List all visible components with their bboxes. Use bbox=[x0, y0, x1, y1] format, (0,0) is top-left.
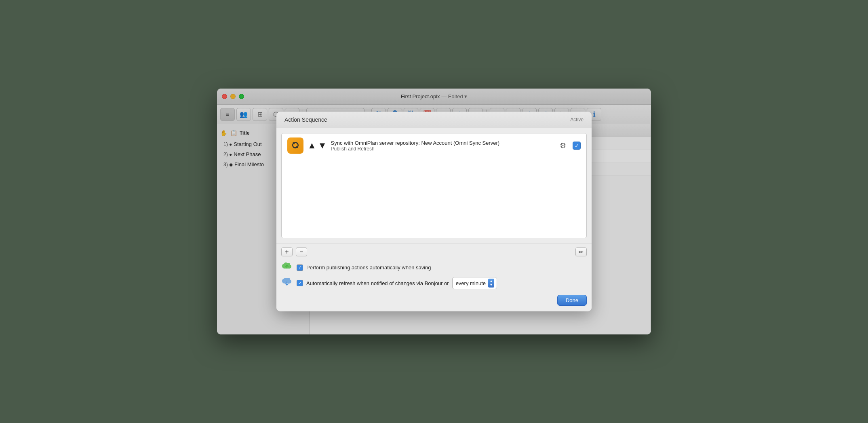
interval-dropdown[interactable]: every minute ▲ ▼ bbox=[452, 277, 497, 289]
add-action-button[interactable]: + bbox=[281, 247, 293, 256]
main-window: First Project.oplx — Edited ▾ ≡ 👥 ⊞ ⬡ ▦ … bbox=[217, 89, 651, 334]
option-row-2: ✓ Automatically refresh when notified of… bbox=[281, 277, 587, 289]
action-gear-button[interactable]: ⚙ bbox=[557, 140, 569, 151]
modal-overlay: Action Sequence Active ▲ ▼ bbox=[217, 89, 651, 334]
arrow-down-icon[interactable]: ▼ bbox=[318, 140, 327, 151]
action-row: ▲ ▼ Sync with OmniPlan server repository… bbox=[282, 133, 586, 158]
option-2-text: Automatically refresh when notified of c… bbox=[306, 280, 449, 286]
stepper-down-icon: ▼ bbox=[489, 283, 493, 287]
sync-app-icon bbox=[287, 137, 303, 154]
publish-up-icon bbox=[281, 262, 293, 273]
option-1-checkbox[interactable]: ✓ bbox=[297, 264, 303, 271]
action-order-arrows: ▲ ▼ bbox=[308, 140, 327, 151]
arrow-up-icon[interactable]: ▲ bbox=[308, 140, 316, 151]
refresh-download-icon bbox=[281, 278, 293, 289]
interval-value: every minute bbox=[456, 280, 486, 286]
modal-body: ▲ ▼ Sync with OmniPlan server repository… bbox=[281, 133, 587, 238]
modal-title: Action Sequence bbox=[284, 116, 327, 123]
modal-header: Action Sequence Active bbox=[276, 112, 592, 128]
modal-footer: + − ✏ ✓ Perform publishing actions autom… bbox=[276, 243, 592, 311]
option-2-checkbox[interactable]: ✓ bbox=[297, 280, 303, 286]
footer-add-remove-row: + − ✏ bbox=[281, 247, 587, 256]
option-1-text: Perform publishing actions automatically… bbox=[306, 264, 431, 271]
action-sequence-modal: Action Sequence Active ▲ ▼ bbox=[276, 112, 592, 311]
action-active-checkbox[interactable]: ✓ bbox=[573, 142, 581, 150]
action-subtitle: Publish and Refresh bbox=[331, 146, 553, 152]
modal-active-label: Active bbox=[570, 117, 584, 123]
dropdown-stepper[interactable]: ▲ ▼ bbox=[488, 279, 494, 288]
option-row-1: ✓ Perform publishing actions automatical… bbox=[281, 262, 587, 273]
edit-action-button[interactable]: ✏ bbox=[575, 247, 587, 256]
done-button[interactable]: Done bbox=[557, 295, 587, 306]
remove-action-button[interactable]: − bbox=[296, 247, 307, 256]
action-title: Sync with OmniPlan server repository: Ne… bbox=[331, 140, 553, 146]
done-button-row: Done bbox=[281, 293, 587, 307]
action-text: Sync with OmniPlan server repository: Ne… bbox=[331, 140, 553, 152]
